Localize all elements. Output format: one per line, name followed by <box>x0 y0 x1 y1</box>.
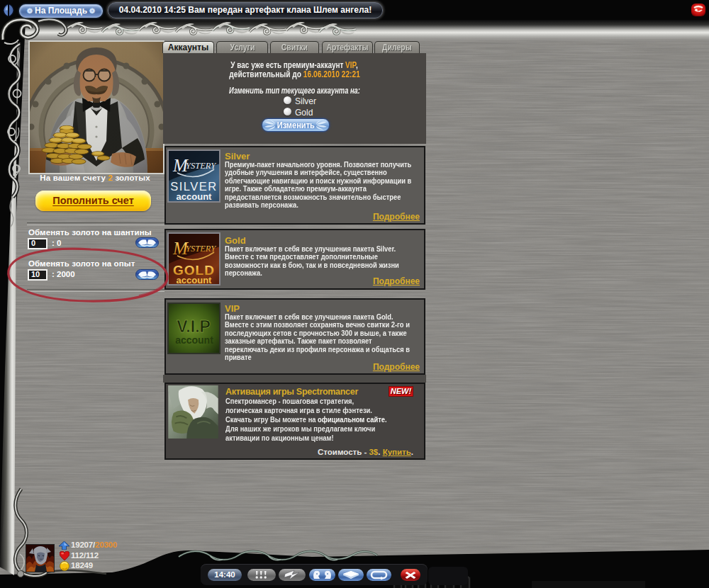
svg-text:YSTERY: YSTERY <box>186 244 217 254</box>
svg-text:V.I.P: V.I.P <box>177 317 211 336</box>
svg-text:account: account <box>177 275 213 285</box>
svg-text:account: account <box>177 191 213 202</box>
svg-text:account: account <box>175 334 213 346</box>
svg-text:YSTERY: YSTERY <box>186 161 217 171</box>
